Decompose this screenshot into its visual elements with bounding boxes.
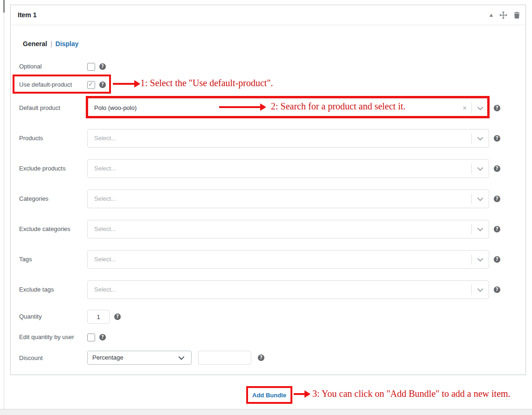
annotation-text-step2: 2: Search for a product and select it. [271, 101, 406, 112]
panel-toolbar: ▲ [490, 5, 520, 25]
tab-display[interactable]: Display [55, 40, 79, 48]
exclude-categories-select[interactable]: Select... [87, 220, 489, 238]
tags-label: Tags [19, 256, 32, 263]
exclude-tags-label: Exclude tags [19, 286, 54, 293]
exclude-products-dropdown-toggle[interactable] [471, 160, 489, 177]
exclude-products-placeholder: Select... [94, 160, 116, 177]
annotation-text-step3: 3: You can click on "Add Bundle" to add … [312, 388, 511, 399]
use-default-product-checkbox[interactable]: ✓ [87, 81, 95, 89]
products-dropdown-toggle[interactable] [471, 129, 489, 147]
trash-icon[interactable] [514, 12, 520, 19]
products-help-icon[interactable]: ? [494, 135, 500, 142]
optional-checkbox[interactable] [87, 63, 95, 71]
quantity-input[interactable] [87, 310, 110, 324]
exclude-categories-help-icon[interactable]: ? [494, 226, 500, 232]
categories-dropdown-toggle[interactable] [471, 190, 489, 208]
edit-quantity-checkbox[interactable] [87, 333, 95, 341]
exclude-tags-placeholder: Select... [94, 281, 116, 299]
move-icon[interactable] [499, 11, 507, 19]
discount-help-icon[interactable]: ? [258, 354, 264, 361]
annotation-arrow-step1 [113, 83, 134, 85]
optional-help-icon[interactable]: ? [99, 63, 106, 70]
annotation-arrow-step3 [294, 393, 304, 395]
exclude-categories-dropdown-toggle[interactable] [471, 220, 489, 238]
annotation-text-step1: 1: Select the "Use default-product". [140, 78, 273, 88]
bundle-item-panel: Item 1 ▲ General|Display Optional ? Use … [10, 5, 526, 375]
collapse-icon[interactable]: ▲ [490, 13, 493, 17]
chevron-down-icon [179, 354, 185, 360]
clear-selection-icon[interactable]: × [463, 99, 467, 117]
panel-tabs: General|Display [23, 40, 79, 48]
quantity-help-icon[interactable]: ? [114, 313, 121, 320]
exclude-categories-placeholder: Select... [94, 220, 116, 238]
exclude-tags-help-icon[interactable]: ? [494, 286, 500, 293]
exclude-categories-label: Exclude categories [19, 225, 70, 233]
categories-label: Categories [19, 195, 48, 203]
categories-placeholder: Select... [94, 190, 116, 208]
exclude-tags-select[interactable]: Select... [87, 280, 489, 299]
tags-placeholder: Select... [94, 251, 116, 268]
use-default-product-help-icon[interactable]: ? [99, 82, 106, 88]
chevron-down-icon [477, 286, 483, 292]
chevron-down-icon [477, 195, 483, 201]
exclude-products-help-icon[interactable]: ? [494, 165, 500, 172]
tab-separator: | [50, 40, 52, 48]
optional-label: Optional [19, 63, 41, 70]
page-left-edge-line [4, 0, 4, 415]
annotation-arrow-step2 [219, 106, 260, 108]
products-placeholder: Select... [94, 129, 116, 147]
tab-general[interactable]: General [23, 40, 47, 48]
discount-type-value: Percentage [92, 351, 124, 364]
products-label: Products [19, 135, 43, 142]
products-select[interactable]: Select... [87, 129, 489, 148]
add-bundle-button[interactable]: Add Bundle [248, 388, 290, 402]
checkmark-icon: ✓ [88, 81, 93, 88]
edit-quantity-help-icon[interactable]: ? [99, 334, 106, 340]
use-default-product-label: Use default-product [19, 81, 72, 88]
discount-label: Discount [19, 354, 43, 362]
discount-amount-input[interactable] [198, 351, 251, 365]
exclude-tags-dropdown-toggle[interactable] [471, 281, 489, 299]
tags-select[interactable]: Select... [87, 250, 489, 269]
categories-select[interactable]: Select... [87, 190, 489, 208]
tags-dropdown-toggle[interactable] [471, 251, 489, 268]
exclude-products-select[interactable]: Select... [87, 159, 489, 178]
chevron-down-icon [477, 135, 483, 141]
categories-help-icon[interactable]: ? [494, 196, 500, 202]
tags-help-icon[interactable]: ? [494, 256, 500, 263]
default-product-label: Default product [19, 104, 60, 112]
discount-type-select[interactable]: Percentage [87, 351, 192, 365]
exclude-products-label: Exclude products [19, 165, 66, 172]
default-product-help-icon[interactable]: ? [494, 105, 500, 111]
panel-header: Item 1 ▲ [11, 5, 525, 25]
chevron-down-icon [477, 256, 483, 262]
panel-title: Item 1 [18, 5, 36, 25]
default-product-value: Polo (woo-polo) [94, 99, 137, 117]
chevron-down-icon [477, 225, 483, 231]
default-product-dropdown-toggle[interactable] [471, 99, 489, 117]
page-bottom-bar [0, 409, 532, 415]
chevron-down-icon [477, 165, 483, 171]
chevron-down-icon [477, 104, 483, 110]
quantity-label: Quantity [19, 313, 41, 320]
annotation-box-step3: Add Bundle [246, 386, 292, 404]
edit-quantity-label: Edit quantity by user [19, 333, 74, 341]
